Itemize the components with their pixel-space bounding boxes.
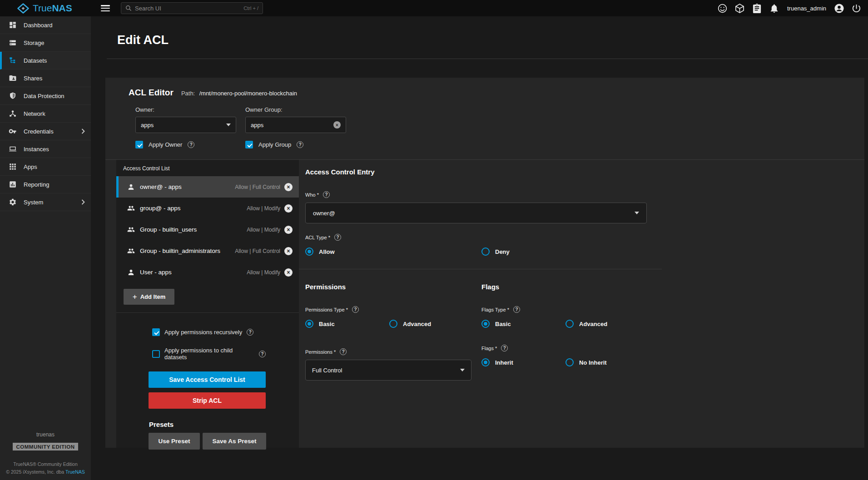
- help-icon[interactable]: ?: [247, 329, 253, 336]
- sidebar-item-label: System: [24, 199, 43, 206]
- sidebar-item-label: Instances: [24, 146, 49, 153]
- acl-editor-header: ACL Editor Path: /mnt/monero-pool/monero…: [105, 78, 864, 159]
- acl-list-item[interactable]: User - apps Allow | Modify ×: [116, 262, 299, 283]
- help-icon[interactable]: ?: [352, 306, 359, 313]
- apply-owner-checkbox[interactable]: [135, 141, 143, 148]
- help-icon[interactable]: ?: [323, 191, 330, 198]
- sidebar-item-credentials[interactable]: Credentials: [0, 123, 91, 140]
- sidebar-item-reporting[interactable]: Reporting: [0, 176, 91, 193]
- strip-acl-button[interactable]: Strip ACL: [149, 392, 266, 409]
- acl-item-perms: Allow | Full Control: [235, 184, 280, 190]
- sidebar-item-shares[interactable]: Shares: [0, 69, 91, 87]
- menu-toggle-button[interactable]: [101, 5, 110, 11]
- radio-icon: [565, 320, 574, 328]
- radio-icon: [305, 320, 313, 328]
- apply-group-checkbox[interactable]: [245, 141, 253, 148]
- bar-chart-icon: [9, 180, 17, 188]
- notifications-bell-icon[interactable]: [769, 3, 779, 14]
- acl-type-deny-radio[interactable]: Deny: [481, 247, 510, 256]
- acl-list-item[interactable]: Group - builtin_users Allow | Modify ×: [116, 219, 299, 240]
- laptop-icon: [9, 145, 17, 153]
- add-item-button[interactable]: + Add Item: [124, 289, 174, 305]
- acl-item-perms: Allow | Full Control: [235, 248, 280, 254]
- radio-icon: [481, 320, 490, 328]
- clear-icon[interactable]: ×: [333, 121, 341, 129]
- panel-divider: [116, 312, 299, 313]
- owner-field: Owner: apps: [135, 106, 236, 133]
- acl-list-item[interactable]: group@ - apps Allow | Modify ×: [116, 198, 299, 219]
- owner-group-input[interactable]: apps ×: [245, 117, 346, 133]
- search-icon: [125, 5, 132, 11]
- use-preset-button[interactable]: Use Preset: [149, 433, 200, 450]
- acl-type-allow-radio[interactable]: Allow: [305, 247, 481, 256]
- permissions-type-advanced-radio[interactable]: Advanced: [389, 320, 431, 328]
- chevron-right-icon: [81, 129, 85, 134]
- delete-entry-icon[interactable]: ×: [284, 183, 293, 191]
- permissions-type-basic-radio[interactable]: Basic: [305, 320, 389, 328]
- delete-entry-icon[interactable]: ×: [284, 226, 293, 234]
- sidebar-item-system[interactable]: System: [0, 193, 91, 211]
- truenas-logo-icon: [17, 3, 29, 14]
- sidebar-item-apps[interactable]: Apps: [0, 158, 91, 176]
- delete-entry-icon[interactable]: ×: [284, 268, 293, 277]
- key-icon: [9, 127, 17, 135]
- acl-list-panel: Access Control List owner@ - apps Allow …: [116, 160, 299, 448]
- flags-heading: Flags: [481, 283, 864, 291]
- child-datasets-checkbox[interactable]: [152, 350, 160, 358]
- help-icon[interactable]: ?: [334, 234, 341, 241]
- delete-entry-icon[interactable]: ×: [284, 204, 293, 213]
- flags-no-inherit-radio[interactable]: No Inherit: [565, 358, 607, 366]
- ix-stack-icon[interactable]: [734, 3, 745, 14]
- sidebar-item-network[interactable]: Network: [0, 105, 91, 123]
- permissions-select[interactable]: Full Control: [305, 360, 471, 381]
- shield-icon: [9, 92, 17, 100]
- sidebar-item-storage[interactable]: Storage: [0, 34, 91, 52]
- help-icon[interactable]: ?: [501, 345, 508, 351]
- help-icon[interactable]: ?: [188, 141, 194, 148]
- acl-list-item[interactable]: owner@ - apps Allow | Full Control ×: [116, 176, 299, 198]
- caret-down-icon: [635, 212, 639, 214]
- sidebar-item-datasets[interactable]: Datasets: [0, 52, 91, 69]
- sidebar-item-data-protection[interactable]: Data Protection: [0, 87, 91, 105]
- help-icon[interactable]: ?: [259, 351, 266, 357]
- radio-icon: [481, 247, 490, 256]
- sidebar-item-label: Datasets: [24, 57, 47, 64]
- flags-type-advanced-radio[interactable]: Advanced: [565, 320, 607, 328]
- power-icon[interactable]: [851, 3, 862, 14]
- owner-group-field: Owner Group: apps ×: [245, 106, 346, 133]
- access-control-entry-panel: Access Control Entry Who * ? owner@ ACL …: [299, 160, 864, 448]
- delete-entry-icon[interactable]: ×: [284, 247, 293, 255]
- who-label: Who *: [305, 192, 319, 198]
- caret-down-icon: [226, 124, 231, 126]
- person-icon: [127, 268, 135, 276]
- search-input[interactable]: Search UI Ctrl + /: [121, 2, 263, 14]
- truenas-link[interactable]: TrueNAS: [65, 469, 85, 475]
- sidebar-item-dashboard[interactable]: Dashboard: [0, 16, 91, 34]
- save-as-preset-button[interactable]: Save As Preset: [203, 433, 266, 450]
- acl-type-label: ACL Type *: [305, 235, 330, 240]
- user-avatar-icon[interactable]: [834, 3, 844, 14]
- recursive-checkbox[interactable]: [152, 328, 160, 336]
- child-datasets-label: Apply permissions to child datasets: [164, 347, 254, 361]
- help-icon[interactable]: ?: [297, 141, 303, 148]
- flags-type-basic-radio[interactable]: Basic: [481, 320, 565, 328]
- jobs-clipboard-icon[interactable]: [752, 3, 762, 14]
- sidebar-item-instances[interactable]: Instances: [0, 140, 91, 158]
- chevron-right-icon: [81, 199, 85, 205]
- search-placeholder: Search UI: [135, 5, 161, 12]
- owner-select[interactable]: apps: [135, 117, 236, 133]
- acl-item-who: User - apps: [140, 269, 172, 276]
- sidebar-item-label: Storage: [24, 40, 45, 46]
- folder-shared-icon: [9, 74, 17, 82]
- flags-inherit-radio[interactable]: Inherit: [481, 358, 565, 366]
- owner-value: apps: [141, 122, 154, 129]
- help-icon[interactable]: ?: [513, 306, 520, 313]
- who-select[interactable]: owner@: [305, 203, 647, 223]
- feedback-smiley-icon[interactable]: [717, 3, 728, 14]
- radio-icon: [389, 320, 397, 328]
- acl-list-item[interactable]: Group - builtin_administrators Allow | F…: [116, 240, 299, 262]
- help-icon[interactable]: ?: [340, 348, 347, 355]
- sidebar-nav: Dashboard Storage Datasets Shares Data P…: [0, 16, 91, 480]
- truenas-brand[interactable]: TrueNAS: [0, 3, 91, 14]
- save-acl-button[interactable]: Save Access Control List: [149, 371, 266, 388]
